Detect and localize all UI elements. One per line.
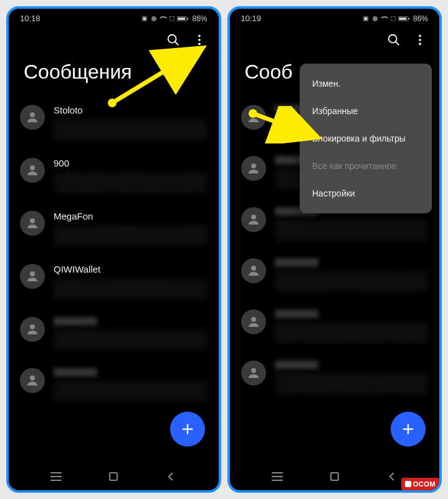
status-bar: 10:18 86% — [9, 9, 219, 26]
avatar — [241, 309, 266, 334]
message-preview-blurred — [54, 380, 207, 402]
contact-name-blurred — [275, 258, 318, 267]
message-preview-blurred — [275, 271, 429, 292]
svg-rect-1 — [170, 16, 174, 21]
svg-point-27 — [419, 35, 421, 37]
status-indicators: 86% — [141, 14, 207, 23]
conversation-item[interactable]: QIWIWallet — [20, 258, 207, 311]
watermark-logo: OCOM — [401, 478, 439, 490]
conversation-item[interactable] — [20, 311, 207, 362]
contact-name: QIWIWallet — [54, 264, 207, 274]
svg-rect-19 — [110, 473, 117, 480]
svg-point-0 — [151, 16, 156, 21]
contact-name-blurred — [275, 361, 318, 369]
phone-screenshot-right: 10:19 86% Сооб Измен. Избранные Блокиров… — [227, 6, 442, 493]
avatar — [20, 317, 45, 342]
nav-menu-icon[interactable] — [270, 469, 285, 484]
svg-point-29 — [419, 43, 421, 46]
svg-point-32 — [251, 215, 256, 220]
svg-rect-23 — [399, 17, 406, 20]
menu-item-settings[interactable]: Настройки — [300, 180, 432, 207]
menu-item-block-filters[interactable]: Блокировка и фильтры — [300, 125, 432, 152]
svg-rect-4 — [188, 17, 188, 19]
conversation-item[interactable] — [241, 252, 429, 303]
svg-rect-3 — [178, 17, 186, 20]
svg-point-7 — [198, 35, 201, 37]
message-preview-blurred — [275, 373, 429, 394]
message-preview-blurred — [54, 225, 207, 246]
avatar — [241, 156, 266, 181]
svg-rect-24 — [409, 17, 409, 19]
nav-back-icon[interactable] — [163, 469, 178, 484]
svg-point-8 — [198, 39, 201, 41]
context-menu: Измен. Избранные Блокировка и фильтры Вс… — [300, 64, 432, 213]
battery-percent: 86% — [192, 14, 207, 23]
svg-point-28 — [419, 39, 421, 41]
svg-point-20 — [373, 16, 378, 21]
status-bar: 10:19 86% — [230, 9, 440, 26]
conversation-item[interactable] — [20, 362, 207, 413]
nav-home-icon[interactable] — [106, 469, 121, 484]
toolbar — [230, 26, 440, 54]
message-preview-blurred — [54, 329, 207, 351]
svg-point-34 — [251, 317, 256, 322]
contact-name: 900 — [54, 158, 207, 168]
nav-back-icon[interactable] — [384, 469, 399, 484]
svg-point-12 — [30, 218, 35, 223]
avatar — [241, 105, 266, 130]
avatar — [241, 207, 266, 232]
conversation-item[interactable]: MegaFon — [20, 205, 207, 258]
avatar — [20, 158, 45, 183]
search-icon[interactable] — [387, 33, 401, 49]
menu-item-favorites[interactable]: Избранные — [300, 97, 432, 125]
message-preview-blurred — [54, 172, 207, 193]
svg-point-9 — [198, 43, 201, 46]
nav-home-icon[interactable] — [327, 469, 342, 484]
svg-line-26 — [396, 42, 399, 46]
contact-name-blurred — [54, 317, 97, 326]
more-menu-icon[interactable] — [193, 33, 206, 49]
svg-point-30 — [251, 112, 256, 117]
conversation-item[interactable]: 900 — [20, 152, 207, 205]
avatar — [20, 368, 45, 393]
message-preview-blurred — [275, 220, 429, 241]
avatar — [20, 105, 45, 130]
svg-point-25 — [389, 35, 397, 43]
avatar — [241, 361, 266, 385]
nav-menu-icon[interactable] — [49, 469, 64, 484]
conversation-item[interactable] — [241, 354, 429, 405]
watermark-text: OCOM — [413, 480, 436, 488]
more-menu-icon[interactable] — [413, 33, 427, 49]
phone-screenshot-left: 10:18 86% Сообщения Stoloto — [6, 6, 221, 493]
toolbar — [9, 26, 219, 54]
battery-percent: 86% — [413, 14, 428, 23]
conversation-item[interactable] — [241, 303, 429, 354]
contact-name-blurred — [275, 309, 318, 318]
svg-point-11 — [30, 165, 35, 170]
avatar — [20, 264, 45, 289]
page-title: Сообщения — [9, 54, 219, 99]
avatar — [20, 211, 45, 236]
conversation-list: Stoloto 900 MegaFon QIWIWallet — [9, 99, 219, 413]
menu-item-edit[interactable]: Измен. — [300, 70, 432, 97]
message-preview-blurred — [54, 119, 207, 140]
svg-point-33 — [251, 266, 256, 271]
svg-rect-21 — [391, 16, 396, 21]
svg-rect-39 — [331, 473, 338, 480]
svg-point-13 — [30, 271, 35, 276]
conversation-item[interactable]: Stoloto — [20, 99, 207, 152]
svg-point-5 — [168, 35, 176, 43]
search-icon[interactable] — [166, 33, 180, 49]
svg-point-31 — [251, 163, 256, 168]
status-time: 10:18 — [20, 14, 41, 23]
compose-button[interactable] — [170, 412, 205, 447]
message-preview-blurred — [54, 278, 207, 299]
svg-line-6 — [174, 42, 178, 46]
compose-button[interactable] — [391, 412, 426, 447]
contact-name: MegaFon — [54, 211, 207, 221]
status-indicators: 86% — [362, 14, 428, 23]
avatar — [241, 258, 266, 283]
svg-point-15 — [30, 375, 35, 380]
status-time: 10:19 — [241, 14, 262, 23]
message-preview-blurred — [275, 322, 429, 343]
